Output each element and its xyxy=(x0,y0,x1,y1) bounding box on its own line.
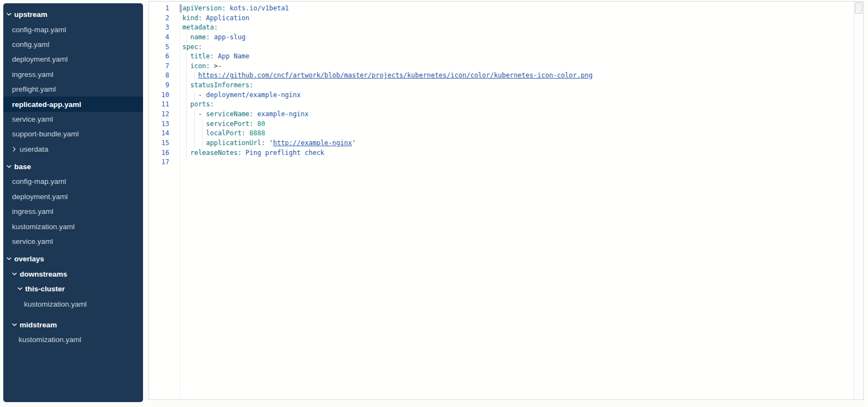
tree-file-config-map.yaml[interactable]: config-map.yaml xyxy=(3,22,143,37)
tree-item-label: replicated-app.yaml xyxy=(12,100,81,109)
line-number: 12 xyxy=(149,110,169,119)
code-line[interactable]: 7 icon: >- xyxy=(149,62,854,71)
tree-folder-base[interactable]: base xyxy=(3,159,143,174)
tree-row-inner: kustomization.yaml xyxy=(3,219,143,234)
code-line[interactable]: 10 - deployment/example-nginx xyxy=(149,91,854,100)
indent-guide xyxy=(194,110,195,119)
code-line[interactable]: 13 servicePort: 80 xyxy=(149,119,854,129)
line-number: 4 xyxy=(149,33,169,43)
tree-folder-downstreams[interactable]: downstreams xyxy=(3,267,143,282)
line-number: 8 xyxy=(149,71,169,81)
line-number: 10 xyxy=(149,91,169,100)
tree-file-deployment.yaml[interactable]: deployment.yaml xyxy=(3,189,143,204)
indent-guide xyxy=(194,129,195,139)
code-line[interactable]: 2kind: Application xyxy=(149,14,854,23)
code-line[interactable]: 8 https://github.com/cncf/artwork/blob/m… xyxy=(149,71,854,81)
indent-guide xyxy=(186,62,187,71)
tree-item-label: deployment.yaml xyxy=(12,55,68,63)
tree-item-label: deployment.yaml xyxy=(12,193,68,201)
tree-row-inner: overlays xyxy=(3,252,143,266)
tree-file-service.yaml[interactable]: service.yaml xyxy=(3,234,143,249)
tree-row-inner: service.yaml xyxy=(3,112,143,127)
code-token: app-slug xyxy=(210,33,246,41)
tree-row-inner: config-map.yaml xyxy=(3,174,143,189)
tree-item-label: downstreams xyxy=(20,270,67,278)
code-token: releaseNotes: xyxy=(182,149,241,157)
tree-folder-overlays[interactable]: overlays xyxy=(3,252,143,266)
code-line[interactable]: 6 title: App Name xyxy=(149,52,854,62)
tree-file-preflight.yaml[interactable]: preflight.yaml xyxy=(3,82,143,97)
file-tree-sidebar: upstreamconfig-map.yamlconfig.yamldeploy… xyxy=(3,3,143,402)
tree-item-label: config.yaml xyxy=(12,40,49,49)
tree-row-inner: userdata xyxy=(3,142,143,157)
tree-file-ingress.yaml[interactable]: ingress.yaml xyxy=(3,204,143,219)
tree-row-inner: replicated-app.yaml xyxy=(3,97,143,111)
editor-scrollbar[interactable] xyxy=(854,2,863,399)
code-line[interactable]: 17 xyxy=(149,158,854,167)
code-editor-panel[interactable]: 1apiVersion: kots.io/v1beta12kind: Appli… xyxy=(148,1,864,400)
code-token: servicePort: xyxy=(182,120,253,128)
indent-guide xyxy=(186,119,187,129)
code-token: kind: xyxy=(182,14,202,22)
tree-file-support-bundle.yaml[interactable]: support-bundle.yaml xyxy=(3,127,143,141)
indent-guide xyxy=(186,148,187,158)
code-token xyxy=(265,139,269,147)
tree-item-label: overlays xyxy=(14,255,44,263)
code-line[interactable]: 11 ports: xyxy=(149,100,854,110)
tree-item-label: userdata xyxy=(20,145,49,153)
code-line[interactable]: 4 name: app-slug xyxy=(149,33,854,43)
tree-row-inner: this-cluster xyxy=(3,282,143,296)
tree-file-deployment.yaml[interactable]: deployment.yaml xyxy=(3,52,143,67)
code-line[interactable]: 16 releaseNotes: Ping preflight check xyxy=(149,148,854,158)
code-line[interactable]: 14 localPort: 8888 xyxy=(149,129,854,139)
line-number: 16 xyxy=(149,148,169,158)
code-line[interactable]: 5spec: xyxy=(149,43,854,52)
scrollbar-thumb[interactable] xyxy=(855,2,863,14)
indent-guide xyxy=(186,129,187,139)
code-token: metadata: xyxy=(182,23,218,31)
tree-item-label: base xyxy=(14,163,31,171)
tree-file-ingress.yaml[interactable]: ingress.yaml xyxy=(3,67,143,82)
code-line[interactable]: 12 - serviceName: example-nginx xyxy=(149,110,854,119)
tree-row-inner: base xyxy=(3,159,143,174)
tree-row-inner: downstreams xyxy=(3,267,143,282)
code-token: Application xyxy=(202,14,249,22)
tree-row-inner: preflight.yaml xyxy=(3,82,143,97)
indent-guide xyxy=(186,81,187,91)
text-cursor xyxy=(180,4,182,13)
tree-file-config-map.yaml[interactable]: config-map.yaml xyxy=(3,174,143,189)
code-line[interactable]: 1apiVersion: kots.io/v1beta1 xyxy=(149,4,854,14)
tree-row-inner: config-map.yaml xyxy=(3,22,143,37)
tree-file-config.yaml[interactable]: config.yaml xyxy=(3,37,143,52)
tree-file-kustomization.yaml[interactable]: kustomization.yaml xyxy=(3,219,143,234)
tree-folder-this-cluster[interactable]: this-cluster xyxy=(3,282,143,296)
tree-folder-userdata[interactable]: userdata xyxy=(3,142,143,157)
code-line-content: statusInformers: xyxy=(182,81,253,91)
tree-row-inner: kustomization.yaml xyxy=(3,296,143,311)
tree-item-label: ingress.yaml xyxy=(12,207,53,216)
chevron-down-icon xyxy=(7,164,11,169)
code-token: spec: xyxy=(182,43,202,51)
editor-lines[interactable]: 1apiVersion: kots.io/v1beta12kind: Appli… xyxy=(149,2,854,399)
line-number: 17 xyxy=(149,158,169,167)
indent-guide xyxy=(194,119,195,129)
code-token: kots.io/v1beta1 xyxy=(225,4,289,12)
code-line[interactable]: 15 applicationUrl: 'http://example-nginx… xyxy=(149,139,854,148)
indent-guide xyxy=(186,52,187,62)
chevron-down-icon xyxy=(7,256,11,261)
code-token: applicationUrl: xyxy=(182,139,265,147)
tree-item-label: midstream xyxy=(20,321,57,329)
indent-guide xyxy=(194,71,195,81)
tree-file-service.yaml[interactable]: service.yaml xyxy=(3,112,143,127)
code-line[interactable]: 3metadata: xyxy=(149,23,854,33)
tree-file-kustomization.yaml[interactable]: kustomization.yaml xyxy=(3,296,143,311)
code-token: localPort: xyxy=(182,129,246,137)
code-line[interactable]: 9 statusInformers: xyxy=(149,81,854,91)
tree-row-inner: upstream xyxy=(3,7,143,22)
tree-item-label: kustomization.yaml xyxy=(19,336,81,344)
tree-folder-midstream[interactable]: midstream xyxy=(3,318,143,332)
tree-file-replicated-app.yaml[interactable]: replicated-app.yaml xyxy=(3,97,143,111)
tree-folder-upstream[interactable]: upstream xyxy=(3,7,143,22)
code-token: statusInformers: xyxy=(182,81,253,89)
tree-file-kustomization.yaml[interactable]: kustomization.yaml xyxy=(3,332,143,347)
